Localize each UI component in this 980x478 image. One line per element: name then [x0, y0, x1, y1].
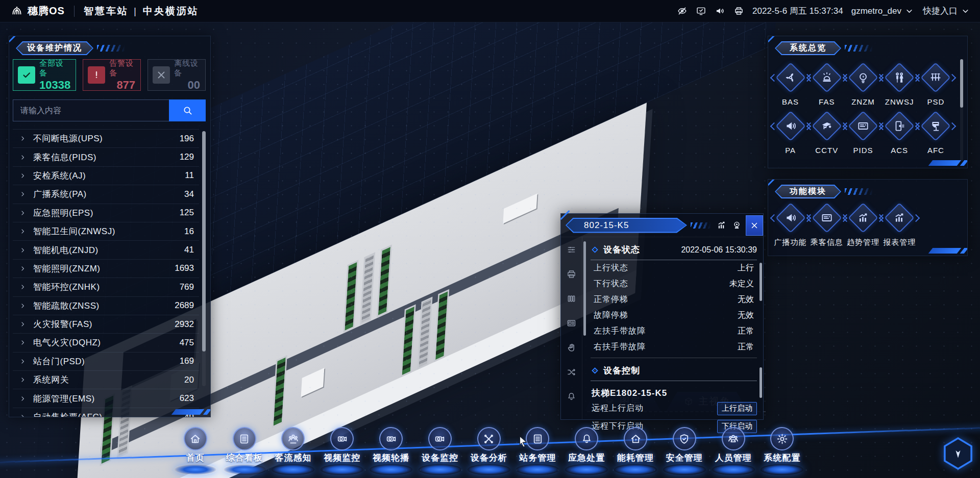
device-category-row[interactable]: 智能卫生间(ZNWSJ) 16	[13, 222, 199, 240]
system-item[interactable]: PA	[772, 110, 808, 155]
scrollbar-thumb[interactable]	[202, 131, 206, 351]
system-item[interactable]: ZNWSJ	[881, 62, 918, 106]
banner-slashes	[691, 222, 712, 229]
stat-all-devices[interactable]: 全部设备 10338	[13, 59, 76, 91]
nav-item[interactable]: 应急处置	[562, 427, 611, 475]
nav-item[interactable]: 视频轮播	[366, 427, 415, 475]
stat-alarm-devices[interactable]: 告警设备 877	[83, 59, 141, 91]
card-icon[interactable]	[566, 318, 577, 329]
volume-icon[interactable]	[715, 6, 725, 16]
device-category-row[interactable]: 广播系统(PA) 34	[13, 185, 199, 203]
device-category-row[interactable]: 智能疏散(ZNSS) 2689	[13, 296, 199, 315]
system-label: PIDS	[853, 146, 873, 155]
nav-item[interactable]: 系统配置	[758, 427, 807, 475]
search-button[interactable]	[169, 99, 206, 121]
system-item[interactable]: CCTV	[808, 110, 845, 155]
status-rows: 上行状态 上行 下行状态 未定义 正常停梯 无效	[591, 260, 757, 355]
eye-off-icon[interactable]	[677, 6, 688, 16]
category-count: 769	[180, 282, 194, 292]
module-item[interactable]: 报表管理	[881, 202, 918, 247]
nav-item[interactable]: 人员管理	[709, 427, 758, 475]
system-item[interactable]: AFC	[918, 110, 954, 155]
overview-scrollbar	[960, 59, 963, 161]
up-start-button[interactable]: 上行启动	[717, 402, 757, 415]
control-row: 远程上行启动 上行启动	[591, 400, 757, 417]
system-item[interactable]: PIDS	[845, 110, 881, 155]
module-item[interactable]: 广播功能	[772, 202, 808, 247]
system-item[interactable]: PSD	[918, 62, 954, 106]
nav-item[interactable]: 设备分析	[464, 427, 513, 475]
ai-alert-icon[interactable]	[566, 391, 577, 402]
user-menu[interactable]: gzmetro_dev	[851, 6, 915, 16]
nav-item[interactable]: 首页	[171, 427, 220, 475]
gesture-icon[interactable]	[566, 342, 577, 353]
device-category-row[interactable]: 系统网关 20	[13, 370, 199, 389]
category-label: 智能机电(ZNJD)	[33, 244, 99, 256]
device-category-row[interactable]: 电气火灾(DQHZ) 475	[13, 333, 199, 351]
chevron-right-icon	[19, 247, 26, 254]
nav-label: 视频监控	[324, 452, 360, 464]
content-scrollbar-thumb[interactable]	[760, 367, 762, 398]
title-separator: |	[134, 6, 138, 16]
device-category-row[interactable]: 站台门(PSD) 169	[13, 352, 199, 370]
video-carousel-icon	[385, 433, 398, 445]
webcam-icon[interactable]	[731, 220, 742, 231]
access-control-icon	[893, 119, 906, 133]
device-category-row[interactable]: 能源管理(EMS) 623	[13, 389, 199, 407]
device-category-row[interactable]: 智能机电(ZNJD) 41	[13, 240, 199, 259]
device-category-row[interactable]: 自动售检票(AFC) 49	[13, 408, 199, 417]
popup-toolbar	[561, 237, 582, 419]
system-label: PA	[785, 146, 796, 155]
category-label: 自动售检票(AFC)	[33, 411, 102, 417]
nav-item[interactable]: 综合看板	[220, 427, 269, 475]
system-grid: BAS FAS ZNZM ZNWSJ	[772, 62, 954, 155]
switch-icon[interactable]	[566, 367, 577, 378]
sliders-icon[interactable]	[566, 244, 577, 255]
content-scrollbar-thumb[interactable]	[760, 263, 762, 301]
chevron-right-icon	[19, 303, 26, 309]
status-label: 左扶手带故障	[594, 326, 646, 337]
nav-item[interactable]: 客流感知	[269, 427, 318, 475]
trend-chart-icon[interactable]	[716, 220, 727, 231]
chevron-right-icon	[19, 191, 26, 197]
system-item[interactable]: ZNZM	[845, 62, 881, 106]
nav-item[interactable]: 站务管理	[513, 427, 562, 475]
stat-offline-devices[interactable]: 离线设备 00	[148, 59, 206, 91]
status-row: 右扶手带故障 正常	[591, 339, 757, 355]
quick-entry-menu[interactable]: 快捷入口	[923, 5, 971, 17]
category-count: 623	[180, 393, 194, 404]
device-category-row[interactable]: 不间断电源(UPS) 196	[13, 129, 199, 147]
system-item[interactable]: FAS	[808, 62, 845, 106]
device-category-row[interactable]: 智能环控(ZNHK) 769	[13, 278, 199, 296]
device-category-row[interactable]: 安检系统(AJ) 11	[13, 166, 199, 185]
pids-screen-icon	[820, 211, 834, 224]
device-category-row[interactable]: 智能照明(ZNZM) 1693	[13, 259, 199, 278]
status-row: 上行状态 上行	[591, 260, 757, 276]
brand-block: 穗腾OS 智慧车站|中央横沥站	[0, 4, 199, 18]
chevron-right-icon	[19, 228, 26, 235]
system-item[interactable]: ACS	[881, 110, 918, 155]
nav-item[interactable]: 能耗管理	[611, 427, 660, 475]
system-item[interactable]: BAS	[772, 62, 808, 106]
module-item[interactable]: 乘客信息	[808, 202, 845, 247]
monitor-check-icon[interactable]	[696, 6, 706, 16]
panel-title-banner: 功能模块	[775, 185, 841, 198]
nav-item[interactable]: 视频监控	[317, 427, 366, 475]
nav-item[interactable]: 设备监控	[415, 427, 464, 475]
device-print-icon[interactable]	[566, 269, 577, 280]
columns-icon[interactable]	[566, 293, 577, 304]
scrollbar-thumb[interactable]	[960, 59, 963, 108]
nav-item[interactable]: 安全管理	[660, 427, 709, 475]
close-button[interactable]	[746, 215, 763, 236]
status-row: 下行状态 未定义	[591, 276, 757, 292]
device-category-row[interactable]: 应急照明(EPS) 125	[13, 204, 199, 222]
control-section-header: 设备控制	[591, 365, 757, 376]
device-category-row[interactable]: 乘客信息(PIDS) 129	[13, 147, 199, 166]
device-category-row[interactable]: 火灾报警(FAS) 2932	[13, 315, 199, 333]
search-input[interactable]	[13, 99, 169, 121]
broadcast-icon	[784, 119, 797, 133]
compass-button[interactable]	[942, 437, 974, 470]
printer-icon[interactable]	[733, 6, 744, 16]
module-item[interactable]: 趋势管理	[845, 202, 881, 247]
status-value: 正常	[738, 342, 754, 353]
